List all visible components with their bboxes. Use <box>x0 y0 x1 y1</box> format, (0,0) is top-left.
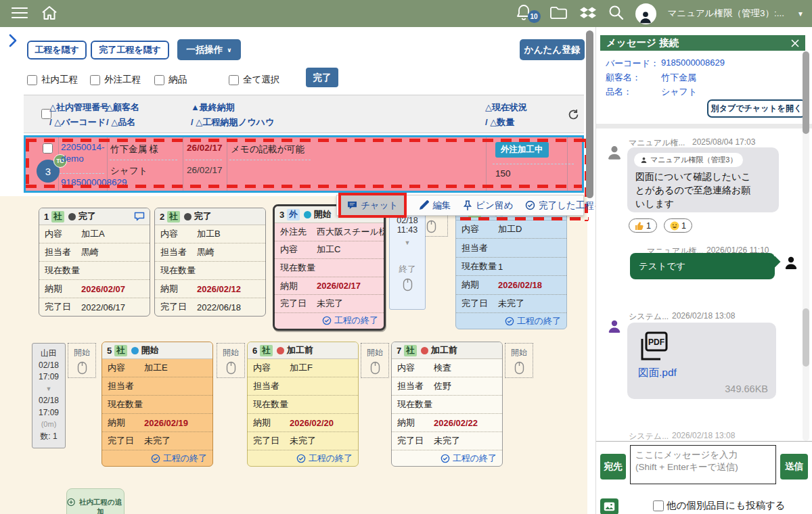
chat-bubble-icon[interactable] <box>134 212 145 221</box>
menu-item-chat[interactable]: チャット <box>338 193 407 218</box>
user-avatar[interactable] <box>635 3 656 24</box>
process-type-tag: 社 <box>404 345 417 356</box>
search-button[interactable] <box>608 5 624 22</box>
message-composer: 宛先 送信 他の個別品目にも投稿する <box>596 441 812 514</box>
bulk-action-button[interactable]: 一括操作 ∨ <box>177 39 241 60</box>
main-scrollbar-thumb[interactable] <box>586 30 593 198</box>
check-circle-icon <box>525 200 535 210</box>
mouse-icon[interactable] <box>403 278 413 291</box>
menu-item-hide-completed[interactable]: 完了した工程を隠す <box>525 200 595 212</box>
card-field-row: 内容加工A <box>39 225 150 243</box>
recipient-button[interactable]: 宛先 <box>600 454 626 480</box>
dropbox-button[interactable] <box>579 5 597 23</box>
end-process-link[interactable]: 工程の終了 <box>275 312 384 329</box>
process-card[interactable]: 6社加工前内容加工F担当者現在数量納期2026/02/20完了日未完了工程の終了 <box>247 342 359 467</box>
product-label: 品名： <box>606 86 661 98</box>
post-other-checkbox[interactable] <box>653 500 664 511</box>
add-internal-process-button[interactable]: 社内工程の追加 <box>66 488 125 514</box>
add-internal-process-label: 社内工程の追加 <box>77 498 124 514</box>
post-to-other-items[interactable]: 他の個別品目にも投稿する <box>653 499 786 512</box>
end-process-link[interactable]: 工程の終了 <box>456 312 566 329</box>
process-card[interactable]: 5社開始内容加工E担当者現在数量納期2026/02/19完了日未完了工程の終了 <box>102 342 213 467</box>
field-value: 加工A <box>81 228 105 240</box>
start-drop-zone[interactable]: 開始 <box>217 343 245 378</box>
customer-name: 竹下金属 様 <box>110 143 158 156</box>
menu-item-pin[interactable]: ピン留め <box>463 200 513 212</box>
end-process-link[interactable]: 工程の終了 <box>392 450 502 466</box>
management-no-link[interactable]: 22050014-demo <box>61 141 107 164</box>
column-final-due[interactable]: ▲最終納期 <box>191 101 235 114</box>
start-drop-zone[interactable]: 開始 <box>361 343 389 378</box>
barcode-info-row: バーコード： 9185000008629 <box>606 57 725 70</box>
expand-panel-button[interactable] <box>8 34 18 49</box>
message-input[interactable] <box>630 445 776 484</box>
send-button[interactable]: 送信 <box>780 454 808 480</box>
delivery-checkbox[interactable] <box>154 75 164 85</box>
complete-button[interactable]: 完了 <box>306 68 338 87</box>
filter-internal-process[interactable]: 社内工程 <box>27 73 78 87</box>
easy-register-button[interactable]: かんたん登録 <box>520 39 585 60</box>
start-drop-zone[interactable]: 開始 <box>68 343 96 378</box>
notifications-button[interactable]: 10 <box>516 4 531 24</box>
hide-completed-process-button[interactable]: 完了工程を隠す <box>91 41 169 60</box>
scrollbar-thumb[interactable] <box>803 51 809 134</box>
filter-delivery[interactable]: 納品 <box>154 73 187 87</box>
card-field-row: 完了日未完了 <box>456 294 566 312</box>
field-label: 担当者 <box>108 380 144 392</box>
files-button[interactable] <box>549 5 568 22</box>
field-value: 2026/02/19 <box>144 418 188 428</box>
end-process-label: 工程の終了 <box>309 452 353 465</box>
caret-down-icon[interactable]: ▼ <box>797 10 804 18</box>
field-value: 2026/02/22 <box>434 418 478 428</box>
sidebar-scrollbar[interactable] <box>803 51 809 441</box>
folder-icon <box>549 5 568 20</box>
start-drop-zone[interactable]: 開始 <box>505 343 533 378</box>
column-barcode[interactable]: / △バーコード <box>49 116 106 129</box>
column-management-no[interactable]: △社内管理番号 <box>49 101 109 114</box>
file-link[interactable]: 図面.pdf <box>638 366 677 380</box>
message-time: 2025/08/04 17:03 <box>692 137 755 147</box>
process-status: 開始 <box>314 208 332 220</box>
column-product[interactable]: / △品名 <box>106 116 135 129</box>
row-select-checkbox[interactable] <box>43 143 53 154</box>
reaction-thumbs-up[interactable]: 1 <box>629 218 657 233</box>
open-chat-new-tab-button[interactable]: 別タブでチャットを開く <box>707 99 806 118</box>
hide-process-button[interactable]: 工程を隠す <box>27 41 87 60</box>
end-process-link[interactable]: 工程の終了 <box>248 450 358 466</box>
attach-image-button[interactable] <box>600 498 618 514</box>
column-status[interactable]: △現在状況 <box>485 101 527 114</box>
column-knowhow[interactable]: △ノウハウ <box>231 116 274 129</box>
close-panel-button[interactable] <box>791 39 799 47</box>
process-card[interactable]: 7社加工前内容検査担当者佐野現在数量納期2026/02/22完了日未完了工程の終… <box>391 342 503 467</box>
reaction-smiley[interactable]: 1 <box>664 218 692 233</box>
column-process-due[interactable]: / △工程納期 <box>191 116 238 129</box>
internal-process-checkbox[interactable] <box>27 75 37 85</box>
column-quantity[interactable]: / △数量 <box>485 116 514 129</box>
filter-external-process[interactable]: 外注工程 <box>90 73 141 87</box>
process-card-header: 7社加工前 <box>392 342 502 359</box>
bulk-action-label: 一括操作 <box>186 44 223 56</box>
refresh-button[interactable] <box>568 109 579 122</box>
plus-circle-icon <box>67 498 75 507</box>
hamburger-menu-button[interactable] <box>11 6 28 22</box>
process-card[interactable]: 1社完了内容加工A担当者黒崎現在数量納期2026/02/07完了日2022/06… <box>39 208 150 317</box>
process-card[interactable]: 4社開始内容加工D担当者現在数量1納期2026/02/18完了日未完了工程の終了 <box>455 203 567 329</box>
menu-item-edit[interactable]: 編集 <box>419 200 451 212</box>
product-value: シャフト <box>661 86 697 98</box>
process-card[interactable]: 2社完了内容加工B担当者黒崎現在数量納期2026/02/12完了日2022/06… <box>154 208 266 317</box>
process-type-tag: 社 <box>167 211 180 223</box>
barcode-label: バーコード： <box>606 57 661 70</box>
column-customer[interactable]: △顧客名 <box>106 101 139 114</box>
select-all-checkbox[interactable] <box>229 75 239 85</box>
menu-item-label: 編集 <box>432 200 451 212</box>
home-button[interactable] <box>41 5 58 23</box>
filter-select-all[interactable]: 全て選択 <box>229 73 279 87</box>
start-label: 開始 <box>367 347 383 358</box>
scrollbar-thumb[interactable] <box>803 308 809 367</box>
process-number: 1 <box>44 212 49 222</box>
end-process-link[interactable]: 工程の終了 <box>102 450 212 466</box>
external-process-checkbox[interactable] <box>90 75 100 85</box>
card-chat-button[interactable] <box>134 212 145 221</box>
user-menu-label[interactable]: マニュアル権限（管理3）:... <box>668 7 785 20</box>
process-card-selected[interactable]: 3外開始外注先西大阪スチール様内容加工C現在数量納期2026/02/17完了日未… <box>273 204 386 331</box>
